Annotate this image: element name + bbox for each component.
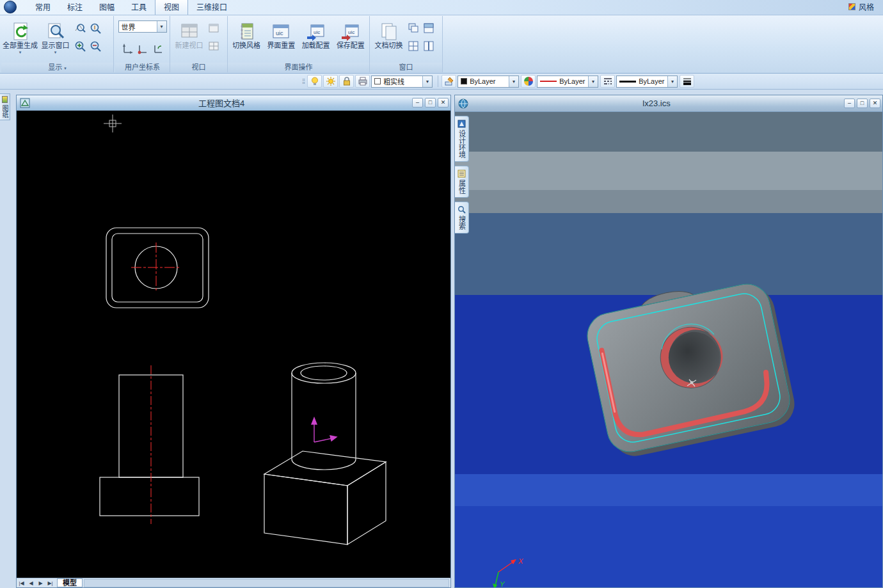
ucs-combo-dropdown-icon[interactable]: ▾ bbox=[157, 21, 166, 32]
model-side-tabs: 设计环境 属性 搜索 bbox=[455, 116, 469, 234]
show-window-dropdown-icon[interactable]: ▾ bbox=[54, 50, 57, 54]
zoom-dynamic-button[interactable] bbox=[73, 21, 87, 35]
show-window-button[interactable]: 显示窗口 ▾ bbox=[38, 19, 73, 55]
new-viewport-button[interactable]: 新建视口 bbox=[171, 19, 207, 51]
prev-sheet-button[interactable]: ◀ bbox=[26, 580, 36, 586]
lineweight-manager-button[interactable] bbox=[680, 75, 694, 88]
design-environment-label: 设计环境 bbox=[457, 130, 467, 158]
zoom-in-button[interactable] bbox=[73, 39, 87, 53]
sheet-panel-label: 图纸 bbox=[0, 105, 10, 118]
layer-print-button[interactable] bbox=[355, 75, 370, 88]
cascade-windows-button[interactable] bbox=[406, 21, 420, 35]
zoom-pan-button[interactable] bbox=[88, 21, 102, 35]
lock-icon bbox=[342, 76, 352, 86]
layer-combo[interactable]: 粗实线 ▾ bbox=[371, 75, 433, 88]
layer-combo-dropdown-icon[interactable]: ▾ bbox=[422, 76, 432, 87]
tile-grid-icon bbox=[408, 40, 419, 52]
tab-search[interactable]: 搜索 bbox=[455, 202, 469, 234]
layer-manager-button[interactable] bbox=[442, 75, 456, 88]
sheet-scroll-area[interactable] bbox=[84, 579, 449, 587]
cascade-windows-icon bbox=[408, 22, 419, 34]
ucs-axes-marker bbox=[312, 418, 337, 442]
layer-lock-button[interactable] bbox=[339, 75, 354, 88]
tab-annotate[interactable]: 标注 bbox=[59, 0, 91, 15]
toolbar-grip[interactable]: ⁞⁞ bbox=[299, 77, 307, 85]
drawing-canvas[interactable] bbox=[17, 111, 450, 578]
viewport-single-button[interactable] bbox=[207, 21, 221, 35]
switch-style-button[interactable]: 切换风格 bbox=[229, 19, 264, 51]
sheet-panel-icon bbox=[2, 96, 8, 103]
regenerate-dropdown-icon[interactable]: ▾ bbox=[19, 50, 22, 54]
tile-horizontal-button[interactable] bbox=[422, 21, 436, 35]
tab-properties[interactable]: 属性 bbox=[455, 166, 469, 198]
origin-marker bbox=[104, 115, 122, 132]
iso-view-geometry[interactable] bbox=[264, 363, 386, 544]
layer-freeze-button[interactable] bbox=[323, 75, 338, 88]
tab-tools[interactable]: 工具 bbox=[123, 0, 155, 15]
ucs-rotate-icon bbox=[152, 43, 164, 54]
ucs-axes-icon bbox=[122, 43, 133, 54]
linetype-combo[interactable]: ByLayer ▾ bbox=[537, 75, 598, 88]
drawing-window: 工程图文档4 – □ ✕ bbox=[16, 95, 451, 588]
model-close-button[interactable]: ✕ bbox=[870, 99, 880, 108]
rotate-ucs-button[interactable] bbox=[151, 42, 165, 56]
set-ucs-button[interactable] bbox=[120, 42, 134, 56]
switch-style-label: 切换风格 bbox=[232, 42, 260, 50]
bulb-icon bbox=[310, 76, 320, 86]
linetype-manager-button[interactable] bbox=[600, 75, 615, 88]
app-menu-button[interactable] bbox=[4, 1, 17, 13]
sheet-panel-tab[interactable]: 图纸 bbox=[0, 93, 10, 120]
color-combo-dropdown-icon[interactable]: ▾ bbox=[509, 76, 518, 87]
next-sheet-button[interactable]: ▶ bbox=[36, 580, 45, 586]
linetype-combo-dropdown-icon[interactable]: ▾ bbox=[588, 76, 598, 87]
tab-common[interactable]: 常用 bbox=[27, 0, 59, 15]
load-config-button[interactable]: uic 加载配置 bbox=[299, 19, 333, 51]
doc-switch-icon bbox=[379, 21, 399, 42]
model-window-title: lx23.ics bbox=[471, 99, 842, 108]
model-viewport[interactable]: X Y bbox=[455, 112, 882, 587]
group-display-dropdown-icon[interactable]: ▾ bbox=[64, 66, 67, 70]
save-config-button[interactable]: uic 保存配置 bbox=[333, 19, 368, 51]
drawing-close-button[interactable]: ✕ bbox=[438, 98, 449, 107]
drawing-window-titlebar[interactable]: 工程图文档4 – □ ✕ bbox=[17, 95, 450, 111]
viewport-grid-button[interactable] bbox=[207, 39, 221, 53]
color-combo[interactable]: ByLayer ▾ bbox=[457, 75, 519, 88]
tab-view[interactable]: 视图 bbox=[155, 0, 188, 15]
first-sheet-button[interactable]: |◀ bbox=[17, 580, 26, 586]
ucs-combo[interactable]: 世界 ▾ bbox=[118, 20, 167, 33]
ribbon: 全部重生成 ▾ 显示窗口 ▾ bbox=[0, 15, 883, 74]
lineweight-combo-dropdown-icon[interactable]: ▾ bbox=[667, 76, 677, 87]
tab-design-environment[interactable]: 设计环境 bbox=[455, 116, 469, 162]
model-tab[interactable]: 模型 bbox=[57, 578, 83, 587]
doc-switch-button[interactable]: 文档切换 bbox=[371, 19, 406, 51]
properties-label: 属性 bbox=[457, 180, 467, 194]
drawing-minimize-button[interactable]: – bbox=[412, 98, 423, 107]
properties-icon bbox=[457, 170, 466, 178]
axis-y-label: Y bbox=[500, 580, 505, 587]
model-window-titlebar[interactable]: lx23.ics – □ ✕ bbox=[455, 95, 882, 112]
new-ucs-button[interactable] bbox=[136, 42, 150, 56]
last-sheet-button[interactable]: ▶| bbox=[45, 580, 55, 586]
tab-3d-interface[interactable]: 三维接口 bbox=[188, 0, 235, 15]
tile-grid-button[interactable] bbox=[406, 39, 420, 53]
reset-ui-button[interactable]: uic 界面重置 bbox=[264, 19, 298, 51]
ucs-origin-icon bbox=[137, 43, 148, 54]
front-view-geometry[interactable] bbox=[100, 375, 199, 516]
group-ui-ops-label: 界面操作 bbox=[228, 63, 369, 72]
svg-text:uic: uic bbox=[314, 29, 320, 35]
tab-style-label: 风格 bbox=[859, 1, 874, 12]
model-maximize-button[interactable]: □ bbox=[857, 99, 868, 108]
lineweight-combo[interactable]: ByLayer ▾ bbox=[616, 75, 678, 88]
layer-on-off-button[interactable] bbox=[307, 75, 322, 88]
search-icon bbox=[457, 205, 466, 214]
drawing-maximize-button[interactable]: □ bbox=[425, 98, 436, 107]
zoom-out-button[interactable] bbox=[88, 39, 102, 53]
color-picker-button[interactable] bbox=[521, 75, 536, 88]
linetype-combo-value: ByLayer bbox=[559, 77, 585, 85]
tile-vertical-button[interactable] bbox=[422, 39, 436, 53]
tab-style[interactable]: 风格 bbox=[843, 0, 883, 15]
save-config-icon: uic bbox=[341, 21, 360, 42]
tab-sheet[interactable]: 图幅 bbox=[91, 0, 123, 15]
regenerate-all-button[interactable]: 全部重生成 ▾ bbox=[3, 19, 38, 55]
model-minimize-button[interactable]: – bbox=[844, 99, 855, 108]
